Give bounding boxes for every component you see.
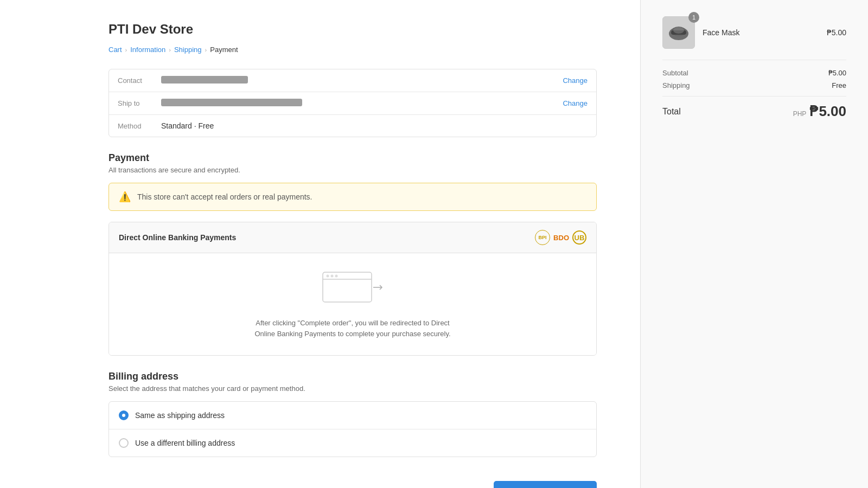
bank-logos: BPI BDO UB	[535, 230, 586, 245]
billing-section: Billing address Select the address that …	[108, 371, 597, 457]
item-image-wrap: 1	[662, 16, 695, 49]
total-row: Total PHP ₱5.00	[662, 96, 846, 120]
billing-title: Billing address	[108, 371, 597, 382]
item-name: Face Mask	[703, 28, 819, 37]
billing-label-different: Use a different billing address	[135, 439, 235, 447]
ub-logo: UB	[572, 230, 586, 245]
bdo-logo: BDO	[553, 234, 569, 242]
breadcrumb-payment: Payment	[210, 46, 238, 54]
payment-method-box: Direct Online Banking Payments BPI BDO U…	[108, 222, 597, 356]
breadcrumb-shipping[interactable]: Shipping	[174, 46, 202, 54]
ship-to-change-link[interactable]: Change	[563, 99, 588, 107]
breadcrumb-sep-2: ›	[169, 47, 171, 53]
payment-method-label: Direct Online Banking Payments	[119, 233, 236, 242]
method-value: Standard · Free	[161, 121, 588, 130]
svg-point-4	[335, 275, 338, 278]
store-title: PTI Dev Store	[108, 22, 597, 37]
svg-rect-0	[323, 272, 372, 302]
ship-to-label: Ship to	[118, 99, 161, 107]
method-row: Method Standard · Free	[109, 115, 596, 137]
billing-label-same: Same as shipping address	[135, 411, 225, 420]
billing-option-same[interactable]: Same as shipping address	[109, 402, 596, 429]
payment-title: Payment	[108, 152, 597, 164]
breadcrumb: Cart › Information › Shipping › Payment	[108, 46, 597, 54]
breadcrumb-sep-1: ›	[125, 47, 127, 53]
radio-same[interactable]	[119, 410, 129, 420]
svg-point-9	[673, 27, 684, 34]
method-label: Method	[118, 122, 161, 130]
shipping-value: Free	[832, 81, 846, 89]
item-quantity-badge: 1	[688, 12, 699, 23]
ship-to-row: Ship to Change	[109, 92, 596, 115]
radio-different[interactable]	[119, 438, 129, 448]
ship-to-redacted	[161, 99, 302, 106]
total-amount: ₱5.00	[809, 103, 846, 120]
total-label: Total	[662, 107, 681, 117]
browser-redirect-icon	[320, 269, 385, 309]
payment-method-header: Direct Online Banking Payments BPI BDO U…	[109, 222, 596, 253]
warning-icon: ⚠️	[119, 191, 131, 203]
billing-option-different[interactable]: Use a different billing address	[109, 429, 596, 457]
total-value: PHP ₱5.00	[793, 103, 846, 120]
breadcrumb-cart[interactable]: Cart	[108, 46, 122, 54]
complete-order-button[interactable]: Complete order	[494, 481, 597, 488]
left-panel: PTI Dev Store Cart › Information › Shipp…	[0, 0, 640, 488]
cart-item: 1 Face Mask ₱5.00	[662, 16, 846, 60]
warning-text: This store can't accept real orders or r…	[137, 192, 312, 201]
breadcrumb-information[interactable]: Information	[130, 46, 165, 54]
payment-redirect-text: After clicking "Complete order", you wil…	[250, 318, 456, 339]
subtotal-label: Subtotal	[662, 69, 688, 77]
contact-redacted	[161, 76, 248, 84]
bpi-logo: BPI	[535, 230, 550, 245]
breadcrumb-sep-3: ›	[205, 47, 207, 53]
payment-method-body: After clicking "Complete order", you wil…	[109, 253, 596, 355]
ship-to-value	[161, 99, 563, 108]
payment-subtitle: All transactions are secure and encrypte…	[108, 166, 597, 174]
subtotal-row: Subtotal ₱5.00	[662, 69, 846, 77]
contact-row: Contact Change	[109, 69, 596, 92]
warning-box: ⚠️ This store can't accept real orders o…	[108, 183, 597, 211]
contact-label: Contact	[118, 76, 161, 85]
contact-change-link[interactable]: Change	[563, 76, 588, 85]
subtotal-value: ₱5.00	[828, 69, 846, 77]
shipping-label: Shipping	[662, 81, 690, 89]
billing-options: Same as shipping address Use a different…	[108, 401, 597, 457]
svg-point-2	[327, 275, 329, 278]
total-currency: PHP	[793, 110, 807, 118]
order-info-box: Contact Change Ship to Change Method Sta…	[108, 69, 597, 137]
billing-subtitle: Select the address that matches your car…	[108, 384, 597, 393]
svg-point-3	[331, 275, 334, 278]
item-price: ₱5.00	[827, 28, 846, 37]
contact-value	[161, 76, 563, 85]
right-panel: 1 Face Mask ₱5.00 Subtotal ₱5.00 Shippin…	[640, 0, 868, 488]
footer-actions: ‹ Return to shipping Complete order	[108, 472, 597, 488]
shipping-row: Shipping Free	[662, 81, 846, 89]
